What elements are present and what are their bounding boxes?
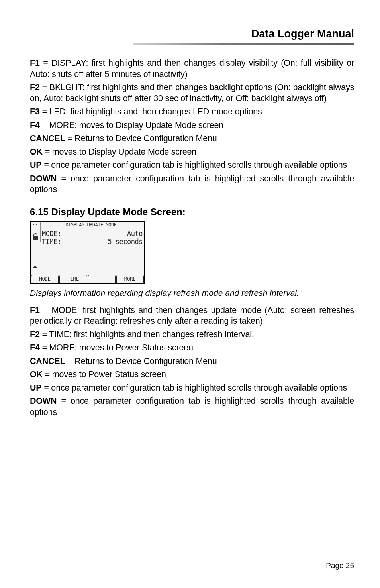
figure-caption: Displays information regarding display r… [30, 288, 354, 298]
b2-f2-label: F2 [30, 330, 40, 339]
f4-label: F4 [30, 120, 40, 130]
f1-label: F1 [30, 58, 40, 68]
b2-f1-line: F1 = MODE: first highlights and then cha… [30, 305, 354, 327]
f2-label: F2 [30, 83, 40, 92]
b2-cancel-text: = Returns to Device Configuration Menu [65, 356, 217, 366]
down-label: DOWN [30, 174, 57, 183]
up-line: UP = once parameter configuration tab is… [30, 160, 354, 171]
lcd-row-time-label: TIME: [42, 238, 61, 246]
ok-label: OK [30, 147, 43, 157]
page-header-title: Data Logger Manual [30, 28, 354, 40]
f3-text: = LED: first highlights and then changes… [40, 107, 262, 116]
svg-rect-2 [36, 224, 37, 225]
softkey-mode: MODE [31, 275, 59, 283]
ok-text: = moves to Display Update Mode screen [43, 147, 196, 157]
lcd-row-time-value: 5 seconds [108, 238, 143, 246]
b2-cancel-line: CANCEL = Returns to Device Configuration… [30, 356, 354, 367]
f2-line: F2 = BKLGHT: first highlights and then c… [30, 82, 354, 104]
f4-text: = MORE: moves to Display Update Mode scr… [40, 120, 223, 130]
softkey-blank [88, 275, 116, 283]
lock-icon [31, 232, 41, 242]
down-line: DOWN = once parameter configuration tab … [30, 173, 354, 195]
b2-ok-line: OK = moves to Power Status screen [30, 369, 354, 380]
b2-f1-label: F1 [30, 305, 40, 315]
battery-icon [31, 265, 40, 275]
b2-down-text: = once parameter configuration tab is hi… [30, 396, 354, 417]
cancel-label: CANCEL [30, 134, 65, 143]
b2-down-line: DOWN = once parameter configuration tab … [30, 396, 354, 418]
svg-rect-3 [33, 223, 33, 224]
f3-line: F3 = LED: first highlights and then chan… [30, 106, 354, 118]
ok-line: OK = moves to Display Update Mode screen [30, 147, 354, 158]
softkey-time: TIME [59, 275, 87, 283]
f4-line: F4 = MORE: moves to Display Update Mode … [30, 120, 354, 131]
lcd-row-time: TIME: 5 seconds [42, 238, 143, 246]
down-text: = once parameter configuration tab is hi… [30, 174, 354, 195]
b2-up-line: UP = once parameter configuration tab is… [30, 383, 354, 394]
svg-rect-0 [35, 223, 35, 227]
page-number: Page 25 [326, 561, 354, 570]
header-rule [30, 43, 354, 47]
svg-rect-7 [34, 266, 36, 267]
svg-rect-6 [33, 267, 37, 273]
softkey-more: MORE [116, 275, 144, 283]
b2-ok-label: OK [30, 370, 43, 379]
f3-label: F3 [30, 107, 40, 116]
b2-down-label: DOWN [30, 396, 57, 406]
b2-up-text: = once parameter configuration tab is hi… [41, 383, 347, 393]
lcd-title: ……… DISPLAY UPDATE MODE ……… [39, 222, 143, 229]
b2-f2-line: F2 = TIME: first highlights and then cha… [30, 329, 354, 340]
b2-f4-line: F4 = MORE: moves to Power Status screen [30, 342, 354, 354]
lcd-row-mode-label: MODE: [42, 230, 61, 238]
b2-up-label: UP [30, 383, 41, 393]
b2-f4-text: = MORE: moves to Power Status screen [40, 343, 193, 352]
f1-text: = DISPLAY: first highlights and then cha… [30, 58, 354, 79]
up-text: = once parameter configuration tab is hi… [41, 160, 347, 170]
lcd-row-mode-value: Auto [127, 230, 143, 238]
b2-f2-text: = TIME: first highlights and then change… [40, 330, 254, 339]
f1-line: F1 = DISPLAY: first highlights and then … [30, 58, 354, 80]
svg-rect-4 [37, 223, 37, 224]
lcd-softkeys: MODE TIME MORE [31, 275, 144, 283]
up-label: UP [30, 160, 41, 170]
b2-f4-label: F4 [30, 343, 40, 352]
b2-ok-text: = moves to Power Status screen [43, 370, 166, 379]
section-heading: 6.15 Display Update Mode Screen: [30, 206, 354, 218]
svg-rect-5 [33, 236, 38, 240]
f2-text: = BKLGHT: first highlights and then chan… [30, 83, 354, 103]
lcd-screenshot: ……… DISPLAY UPDATE MODE ……… MODE: Auto T… [30, 221, 354, 284]
svg-rect-1 [33, 224, 34, 225]
b2-cancel-label: CANCEL [30, 356, 65, 366]
cancel-text: = Returns to Device Configuration Menu [65, 134, 217, 143]
lcd-row-mode: MODE: Auto [42, 230, 143, 238]
cancel-line: CANCEL = Returns to Device Configuration… [30, 133, 354, 144]
b2-f1-text: = MODE: first highlights and then change… [30, 305, 354, 326]
